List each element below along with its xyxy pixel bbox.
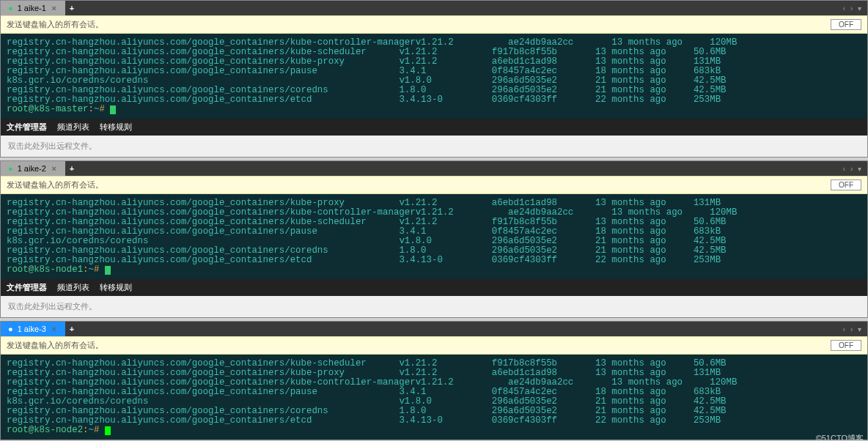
transfer-rules-tab[interactable]: 转移规则 bbox=[100, 122, 132, 133]
tab-overflow-icon[interactable]: ‹ › ▾ bbox=[843, 325, 863, 333]
close-tab-icon[interactable]: × bbox=[51, 164, 58, 173]
broadcast-banner: 发送键盘输入的所有会话。OFF bbox=[1, 336, 867, 355]
channel-list-tab[interactable]: 频道列表 bbox=[57, 122, 89, 133]
add-tab-button[interactable]: + bbox=[65, 323, 78, 335]
session-tab[interactable]: ● 1 aike-1× bbox=[1, 1, 65, 15]
off-button[interactable]: OFF bbox=[831, 19, 861, 30]
close-tab-icon[interactable]: × bbox=[51, 4, 58, 12]
status-dot-icon: ● bbox=[8, 4, 13, 12]
channel-list-tab[interactable]: 频道列表 bbox=[57, 282, 89, 293]
add-tab-button[interactable]: + bbox=[65, 2, 78, 14]
terminal-pane: ● 1 aike-2×+‹ › ▾发送键盘输入的所有会话。OFFregistry… bbox=[0, 160, 868, 318]
transfer-rules-tab[interactable]: 转移规则 bbox=[100, 282, 132, 293]
broadcast-banner: 发送键盘输入的所有会话。OFF bbox=[1, 15, 867, 34]
terminal-pane: ● 1 aike-3×+‹ › ▾发送键盘输入的所有会话。OFFregistry… bbox=[0, 321, 868, 440]
tab-bar: ● 1 aike-3×+‹ › ▾ bbox=[1, 322, 867, 336]
tab-bar: ● 1 aike-2×+‹ › ▾ bbox=[1, 161, 867, 176]
watermark: ©51CTO博客 bbox=[816, 433, 864, 441]
add-tab-button[interactable]: + bbox=[65, 163, 78, 174]
file-manager-tab[interactable]: 文件管理器 bbox=[7, 122, 47, 133]
tool-bar: 文件管理器频道列表转移规则 bbox=[1, 279, 867, 296]
off-button[interactable]: OFF bbox=[831, 179, 861, 190]
file-manager-tab[interactable]: 文件管理器 bbox=[7, 282, 47, 293]
close-tab-icon[interactable]: × bbox=[51, 325, 58, 333]
off-button[interactable]: OFF bbox=[831, 340, 861, 351]
tab-overflow-icon[interactable]: ‹ › ▾ bbox=[843, 165, 863, 173]
broadcast-banner: 发送键盘输入的所有会话。OFF bbox=[1, 176, 867, 194]
terminal-output[interactable]: registry.cn-hangzhou.aliyuncs.com/google… bbox=[1, 194, 867, 279]
terminal-pane: ● 1 aike-1×+‹ › ▾发送键盘输入的所有会话。OFFregistry… bbox=[0, 0, 868, 158]
status-dot-icon: ● bbox=[8, 325, 13, 333]
file-list-hint[interactable]: 双击此处列出远程文件。 bbox=[1, 136, 867, 157]
banner-text: 发送键盘输入的所有会话。 bbox=[7, 340, 103, 351]
tab-overflow-icon[interactable]: ‹ › ▾ bbox=[843, 4, 863, 12]
session-tab[interactable]: ● 1 aike-2× bbox=[1, 161, 65, 176]
session-tab[interactable]: ● 1 aike-3× bbox=[1, 322, 65, 336]
tool-bar: 文件管理器频道列表转移规则 bbox=[1, 119, 867, 136]
tab-bar: ● 1 aike-1×+‹ › ▾ bbox=[1, 1, 867, 15]
terminal-output[interactable]: registry.cn-hangzhou.aliyuncs.com/google… bbox=[1, 355, 867, 440]
file-list-hint[interactable]: 双击此处列出远程文件。 bbox=[1, 296, 867, 317]
tab-label: 1 aike-3 bbox=[18, 325, 46, 333]
banner-text: 发送键盘输入的所有会话。 bbox=[7, 19, 103, 30]
banner-text: 发送键盘输入的所有会话。 bbox=[7, 179, 103, 190]
tab-label: 1 aike-1 bbox=[18, 4, 46, 12]
terminal-output[interactable]: registry.cn-hangzhou.aliyuncs.com/google… bbox=[1, 34, 867, 119]
tab-label: 1 aike-2 bbox=[18, 164, 46, 173]
status-dot-icon: ● bbox=[8, 164, 13, 173]
